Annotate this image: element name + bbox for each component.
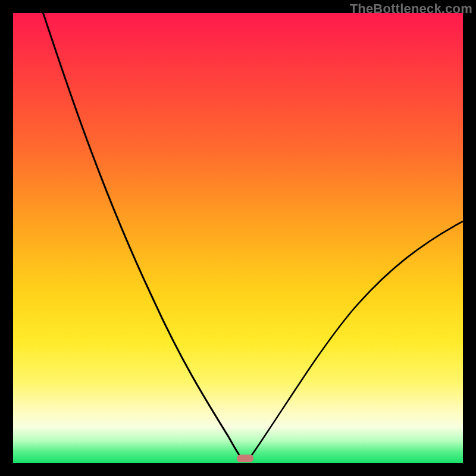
plot-area <box>13 13 463 463</box>
watermark-text: TheBottleneck.com <box>350 1 472 17</box>
bottleneck-curve <box>13 13 463 463</box>
chart-frame: TheBottleneck.com <box>0 0 476 476</box>
curve-right-branch <box>250 221 463 458</box>
optimal-point-marker <box>237 455 253 462</box>
curve-left-branch <box>39 13 241 458</box>
